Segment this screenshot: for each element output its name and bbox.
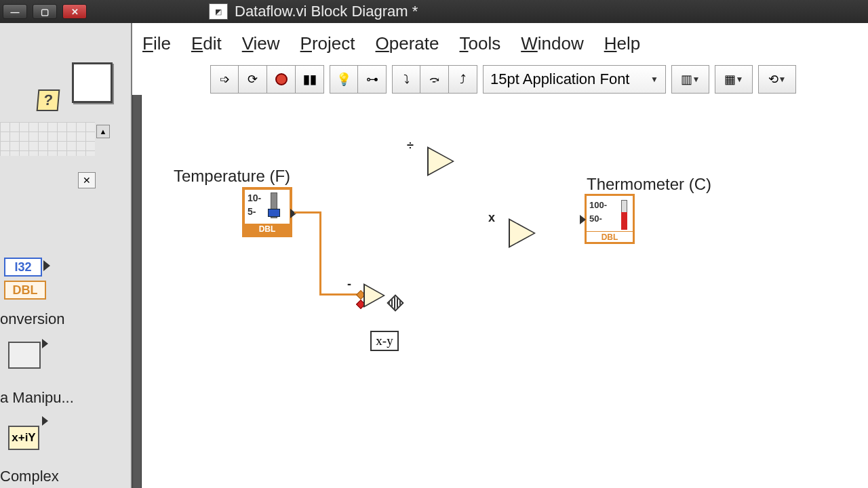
stop-icon: [275, 73, 288, 85]
probe-icon: ⊶: [366, 72, 378, 87]
indicator-type-tag: DBL: [587, 231, 633, 242]
app-icon: ◩: [209, 3, 228, 20]
distribute-icon: ▦: [724, 72, 736, 87]
expression-box[interactable]: x-y: [370, 331, 399, 351]
control-type-tag: DBL: [245, 224, 290, 235]
step-over-button[interactable]: ⤼: [420, 65, 449, 94]
menu-edit[interactable]: Edit: [191, 33, 222, 54]
bulb-icon: 💡: [336, 72, 351, 87]
thermometer-mercury-icon: [621, 212, 627, 230]
pause-icon: ▮▮: [303, 72, 317, 87]
menu-operate[interactable]: Operate: [376, 33, 439, 54]
output-terminal-icon: [290, 209, 296, 218]
toolbar: ➩ ⟳ ▮▮ 💡 ⊶ ⤵ ⤼ ⤴ 15pt Application Font ▼…: [210, 65, 796, 94]
chevron-down-icon: ▼: [736, 75, 744, 84]
run-button[interactable]: ➩: [210, 65, 239, 94]
wiring-cursor-icon: [389, 297, 403, 310]
window-divider[interactable]: [132, 95, 142, 488]
reorder-icon: ⟲: [768, 72, 778, 87]
step-out-button[interactable]: ⤴: [449, 65, 477, 94]
abort-button[interactable]: [267, 65, 296, 94]
maximize-button[interactable]: ▢: [33, 4, 57, 19]
palette-conversion-label: onversion: [0, 310, 64, 328]
context-help-icon[interactable]: ?: [37, 89, 60, 111]
thermometer-label: Thermometer (C): [587, 175, 711, 194]
input-terminal-icon: [580, 215, 586, 224]
menu-file[interactable]: File: [142, 33, 171, 54]
step-over-icon: ⤼: [429, 72, 439, 87]
thermometer-indicator-terminal[interactable]: 100-50- DBL: [585, 194, 635, 244]
menu-bar: File Edit View Project Operate Tools Win…: [142, 30, 640, 57]
close-button[interactable]: ✕: [62, 4, 87, 19]
step-into-button[interactable]: ⤵: [392, 65, 420, 94]
temperature-control-terminal[interactable]: 10-5- DBL: [242, 187, 292, 237]
distribute-objects-button[interactable]: ▦▼: [715, 65, 753, 94]
chevron-down-icon: ▼: [650, 75, 658, 84]
palette-manipulation-item[interactable]: [8, 342, 41, 369]
menu-view[interactable]: View: [242, 33, 280, 54]
font-selector-label: 15pt Application Font: [490, 70, 629, 88]
retain-wire-button[interactable]: ⊶: [358, 65, 387, 94]
subtract-node[interactable]: -: [363, 283, 385, 308]
wire-segment[interactable]: [294, 211, 321, 214]
wire-segment[interactable]: [319, 293, 360, 296]
step-into-icon: ⤵: [403, 73, 410, 87]
reorder-button[interactable]: ⟲▼: [758, 65, 796, 94]
left-panel: ? ▲ ✕ I32 DBL onversion a Manipu... x+iY…: [0, 23, 132, 488]
block-diagram-canvas[interactable]: Temperature (F) Thermometer (C) 10-5- DB…: [142, 95, 868, 488]
menu-help[interactable]: Help: [604, 33, 640, 54]
align-icon: ▥: [681, 72, 692, 87]
font-selector[interactable]: 15pt Application Font ▼: [483, 65, 666, 94]
title-bar: — ▢ ✕ ◩ Dataflow.vi Block Diagram *: [0, 0, 868, 23]
palette-complex-item[interactable]: x+iY: [8, 426, 39, 450]
run-continuous-button[interactable]: ⟳: [239, 65, 267, 94]
menu-tools[interactable]: Tools: [460, 33, 501, 54]
palette-close-button[interactable]: ✕: [78, 172, 96, 188]
step-out-icon: ⤴: [460, 73, 466, 87]
menu-project[interactable]: Project: [300, 33, 355, 54]
align-objects-button[interactable]: ▥▼: [671, 65, 709, 94]
palette-manipulation-label: a Manipu...: [0, 389, 74, 407]
divide-node[interactable]: ÷: [427, 146, 454, 176]
chevron-down-icon: ▼: [692, 75, 701, 84]
wire-segment[interactable]: [319, 211, 321, 296]
indicator-ticks: 100-50-: [589, 199, 607, 226]
control-ticks: 10-5-: [248, 191, 261, 218]
scroll-up-button[interactable]: ▲: [96, 125, 110, 138]
palette-i32-item[interactable]: I32: [4, 258, 42, 277]
front-panel-preview: [0, 122, 95, 156]
chevron-down-icon: ▼: [778, 75, 787, 84]
palette-complex-label: Complex: [0, 468, 59, 485]
pause-button[interactable]: ▮▮: [296, 65, 324, 94]
palette-dbl-item[interactable]: DBL: [4, 281, 46, 300]
highlight-execution-button[interactable]: 💡: [330, 65, 358, 94]
temperature-label: Temperature (F): [174, 167, 290, 186]
window-title: Dataflow.vi Block Diagram *: [235, 3, 418, 20]
run-arrow-icon: ➩: [220, 72, 230, 87]
minimize-button[interactable]: —: [3, 4, 27, 19]
vi-icon-pane[interactable]: [72, 62, 113, 103]
cycle-icon: ⟳: [248, 72, 258, 87]
multiply-node[interactable]: x: [509, 218, 536, 248]
menu-window[interactable]: Window: [521, 33, 583, 54]
slider-thumb-icon: [268, 209, 280, 217]
